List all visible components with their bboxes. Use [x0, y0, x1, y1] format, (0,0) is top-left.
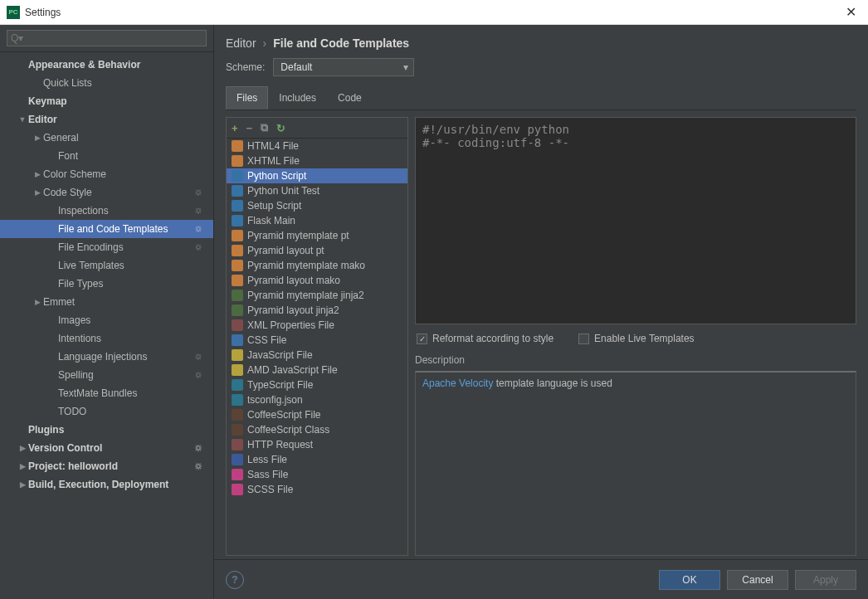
tree-item[interactable]: TextMate Bundles — [0, 384, 213, 402]
tree-item[interactable]: ▶Version Control⛭ — [0, 439, 213, 457]
template-item[interactable]: CoffeeScript Class — [227, 422, 407, 437]
tree-item[interactable]: Live Templates — [0, 256, 213, 275]
tree-item[interactable]: ▶Emmet — [0, 293, 213, 311]
template-item[interactable]: Pyramid layout mako — [227, 273, 407, 288]
apache-velocity-link[interactable]: Apache Velocity — [422, 377, 493, 389]
filetype-icon — [232, 290, 243, 301]
filetype-icon — [232, 424, 243, 436]
gear-icon: ⛭ — [194, 461, 207, 471]
template-item[interactable]: Pyramid mytemplate mako — [227, 258, 407, 273]
ok-button[interactable]: OK — [659, 570, 720, 590]
tree-item[interactable]: File Types — [0, 275, 213, 293]
filetype-icon — [232, 334, 243, 346]
tree-item[interactable]: Spelling⛭ — [0, 366, 213, 384]
filetype-icon — [232, 454, 243, 465]
template-item[interactable]: JavaScript File — [227, 348, 407, 363]
template-label: CSS File — [247, 334, 286, 346]
remove-icon[interactable]: − — [246, 122, 253, 134]
window-title: Settings — [25, 7, 841, 18]
template-item[interactable]: Python Script — [227, 168, 407, 183]
tree-item-label: Images — [58, 314, 90, 326]
template-label: Python Script — [247, 170, 306, 182]
template-item[interactable]: TypeScript File — [227, 377, 407, 392]
filetype-icon — [232, 140, 243, 152]
tab-includes[interactable]: Includes — [268, 86, 327, 110]
template-label: Less File — [247, 454, 287, 465]
template-label: HTTP Request — [247, 439, 313, 450]
tree-item[interactable]: Images — [0, 311, 213, 329]
template-item[interactable]: Less File — [227, 452, 407, 467]
tree-item[interactable]: File Encodings⛭ — [0, 238, 213, 256]
tree-item[interactable]: Plugins — [0, 421, 213, 439]
tree-item[interactable]: Language Injections⛭ — [0, 348, 213, 366]
template-item[interactable]: Pyramid mytemplate pt — [227, 228, 407, 243]
template-item[interactable]: Pyramid layout pt — [227, 243, 407, 258]
tree-item[interactable]: File and Code Templates⛭ — [0, 220, 213, 238]
tab-files[interactable]: Files — [226, 86, 268, 110]
template-item[interactable]: HTML4 File — [227, 139, 407, 153]
template-item[interactable]: AMD JavaScript File — [227, 363, 407, 377]
search-input[interactable] — [7, 30, 207, 46]
tab-code[interactable]: Code — [327, 86, 373, 110]
tree-item[interactable]: TODO — [0, 402, 213, 421]
description-tail: template language is used — [493, 377, 612, 389]
template-item[interactable]: HTTP Request — [227, 437, 407, 452]
expand-arrow-icon: ▶ — [32, 298, 43, 306]
tree-item[interactable]: Appearance & Behavior — [0, 56, 213, 74]
tree-item[interactable]: ▶Code Style⛭ — [0, 183, 213, 202]
template-item[interactable]: tsconfig.json — [227, 392, 407, 407]
live-templates-checkbox[interactable]: Enable Live Templates — [578, 333, 695, 344]
template-item[interactable]: CoffeeScript File — [227, 407, 407, 422]
tree-item[interactable]: ▶Project: helloworld⛭ — [0, 457, 213, 475]
template-code-editor[interactable]: #!/usr/bin/env python #-*- coding:utf-8 … — [415, 117, 856, 324]
template-label: Python Unit Test — [247, 185, 319, 197]
tree-item[interactable]: Font — [0, 147, 213, 165]
checkbox-icon — [578, 334, 589, 344]
template-item[interactable]: Python Unit Test — [227, 183, 407, 198]
template-item[interactable]: Pyramid mytemplate jinja2 — [227, 288, 407, 303]
expand-arrow-icon: ▶ — [17, 444, 28, 452]
tree-item-label: Keymap — [28, 95, 67, 107]
tree-item[interactable]: ▶Color Scheme — [0, 165, 213, 183]
refresh-icon[interactable]: ↻ — [276, 122, 285, 134]
tree-item[interactable]: ▼Editor — [0, 110, 213, 129]
help-button[interactable]: ? — [226, 571, 244, 589]
template-item[interactable]: XML Properties File — [227, 318, 407, 333]
template-label: Pyramid mytemplate jinja2 — [247, 290, 364, 301]
apply-button[interactable]: Apply — [795, 570, 856, 590]
tree-item-label: Live Templates — [58, 260, 124, 271]
template-item[interactable]: Setup Script — [227, 198, 407, 213]
copy-icon[interactable]: ⧉ — [261, 121, 268, 134]
expand-arrow-icon: ▶ — [32, 134, 43, 142]
template-list[interactable]: HTML4 FileXHTML FilePython ScriptPython … — [227, 139, 407, 555]
tree-item[interactable]: Quick Lists — [0, 74, 213, 92]
template-item[interactable]: CSS File — [227, 333, 407, 348]
tree-item[interactable]: ▶Build, Execution, Deployment — [0, 475, 213, 494]
template-item[interactable]: Pyramid layout jinja2 — [227, 303, 407, 318]
gear-icon: ⛭ — [194, 224, 207, 234]
template-item[interactable]: SCSS File — [227, 482, 407, 497]
template-item[interactable]: XHTML File — [227, 153, 407, 168]
template-label: Pyramid mytemplate mako — [247, 260, 365, 271]
filetype-icon — [232, 319, 243, 331]
tree-item-label: Inspections — [58, 205, 109, 217]
template-label: XML Properties File — [247, 319, 334, 331]
tree-item[interactable]: Inspections⛭ — [0, 202, 213, 220]
close-icon[interactable]: ✕ — [841, 4, 861, 20]
scheme-select[interactable]: Default — [273, 58, 414, 76]
template-label: Setup Script — [247, 200, 301, 212]
template-item[interactable]: Flask Main — [227, 213, 407, 228]
filetype-icon — [232, 379, 243, 391]
tree-item[interactable]: ▶General — [0, 129, 213, 147]
tree-item[interactable]: Intentions — [0, 329, 213, 348]
settings-tree[interactable]: Appearance & BehaviorQuick ListsKeymap▼E… — [0, 52, 213, 599]
reformat-checkbox[interactable]: ✓ Reformat according to style — [417, 333, 553, 344]
tree-item-label: Version Control — [28, 442, 102, 454]
tree-item[interactable]: Keymap — [0, 92, 213, 110]
gear-icon: ⛭ — [194, 206, 207, 216]
template-label: Pyramid layout pt — [247, 245, 324, 256]
add-icon[interactable]: + — [232, 122, 238, 134]
template-item[interactable]: Sass File — [227, 467, 407, 482]
cancel-button[interactable]: Cancel — [727, 570, 788, 590]
gear-icon: ⛭ — [194, 443, 207, 453]
